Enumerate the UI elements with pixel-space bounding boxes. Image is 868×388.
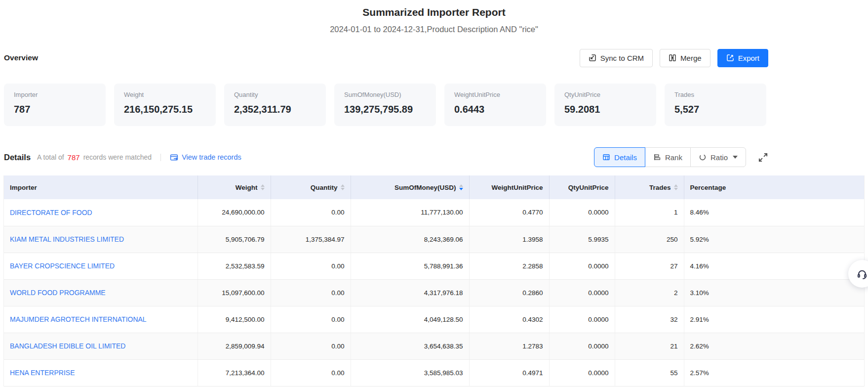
cell-weightunitprice: 0.2860 [469, 279, 549, 306]
details-view-button[interactable]: Details [594, 147, 645, 167]
importer-link[interactable]: WORLD FOOD PROGRAMME [10, 289, 106, 297]
sort-carets-icon [261, 184, 265, 190]
importer-link[interactable]: MAJUMDER AGROTECH INTERNATIONAL [10, 315, 147, 323]
sort-carets-icon [674, 184, 678, 190]
stat-card-value: 2,352,311.79 [234, 104, 316, 115]
cell-weightunitprice: 1.3958 [469, 226, 549, 253]
cell-weightunitprice: 0.4770 [469, 199, 549, 226]
importer-link[interactable]: DIRECTORATE OF FOOD [10, 209, 92, 216]
cell-trades: 250 [615, 226, 684, 253]
export-button[interactable]: Export [717, 49, 768, 67]
view-mode-segmented-control: Details Rank Ratio [594, 147, 746, 167]
cell-quantity: 0.00 [271, 359, 351, 386]
cell-qtyunitprice: 0.0000 [549, 199, 615, 226]
sync-to-crm-button[interactable]: Sync to CRM [580, 49, 653, 67]
merge-label: Merge [680, 54, 702, 62]
cell-percentage: 2.91% [684, 306, 864, 333]
export-label: Export [738, 54, 759, 62]
cell-percentage: 8.46% [684, 199, 864, 226]
stat-card-weight: Weight216,150,275.15 [114, 84, 216, 126]
stat-card-label: SumOfMoney(USD) [344, 91, 426, 98]
cell-sumofmoney-usd: 11,777,130.00 [351, 199, 469, 226]
stat-card-importer: Importer787 [4, 84, 106, 126]
cell-qtyunitprice: 0.0000 [549, 253, 615, 279]
cell-qtyunitprice: 0.0000 [549, 279, 615, 306]
stat-card-label: Quantity [234, 91, 316, 98]
cell-importer: KIAM METAL INDUSTRIES LIMITED [4, 226, 197, 253]
cell-percentage: 5.92% [684, 226, 864, 253]
cell-quantity: 0.00 [271, 253, 351, 279]
column-header-importer: Importer [4, 175, 197, 199]
column-header-weightunitprice: WeightUnitPrice [469, 175, 549, 199]
cell-quantity: 0.00 [271, 199, 351, 226]
ratio-view-label: Ratio [710, 153, 728, 162]
sync-import-icon [589, 54, 596, 62]
headset-icon [856, 268, 868, 280]
fullscreen-button[interactable] [758, 152, 768, 163]
vertical-divider [160, 154, 161, 161]
cell-quantity: 0.00 [271, 333, 351, 359]
ratio-circle-icon [699, 153, 707, 161]
cell-quantity: 0.00 [271, 306, 351, 333]
stat-card-label: Trades [674, 91, 756, 98]
column-header-label: Quantity [311, 184, 338, 191]
cell-weight: 2,859,009.94 [197, 333, 271, 359]
cell-sumofmoney-usd: 4,317,976.18 [351, 279, 469, 306]
table-row: WORLD FOOD PROGRAMME15,097,600.000.004,3… [4, 279, 864, 306]
column-header-label: Importer [10, 184, 37, 191]
column-header-label: Percentage [690, 184, 726, 191]
rank-view-button[interactable]: Rank [645, 147, 691, 167]
column-header-weight[interactable]: Weight [197, 175, 271, 199]
cell-weight: 2,532,583.59 [197, 253, 271, 279]
column-header-label: QtyUnitPrice [568, 184, 609, 191]
overview-section-title: Overview [4, 53, 38, 62]
details-bar: Details A total of 787 records were matc… [4, 147, 768, 167]
cell-weightunitprice: 0.4302 [469, 306, 549, 333]
table-row: BAYER CROPSCIENCE LIMITED2,532,583.590.0… [4, 253, 864, 279]
report-subtitle: 2024-01-01 to 2024-12-31,Product Descrip… [0, 23, 868, 35]
importer-link[interactable]: HENA ENTERPRISE [10, 369, 75, 377]
view-switcher: Details Rank Ratio [594, 147, 768, 167]
cell-sumofmoney-usd: 5,788,991.36 [351, 253, 469, 279]
view-trade-records-link[interactable]: View trade records [170, 153, 241, 162]
stat-card-label: Weight [124, 91, 206, 98]
merge-button[interactable]: Merge [660, 49, 710, 67]
sort-carets-icon [341, 184, 345, 190]
ratio-view-button[interactable]: Ratio [690, 147, 746, 167]
column-header-sumofmoney-usd[interactable]: SumOfMoney(USD) [351, 175, 469, 199]
cell-importer: MAJUMDER AGROTECH INTERNATIONAL [4, 306, 197, 333]
cell-trades: 2 [615, 279, 684, 306]
cell-weightunitprice: 0.4971 [469, 359, 549, 386]
column-header-quantity[interactable]: Quantity [271, 175, 351, 199]
importer-link[interactable]: BANGLADESH EDIBLE OIL LIMITED [10, 342, 125, 350]
cell-sumofmoney-usd: 3,585,985.03 [351, 359, 469, 386]
table-header-row: ImporterWeightQuantitySumOfMoney(USD)Wei… [4, 175, 864, 199]
stat-card-weightunitprice: WeightUnitPrice0.6443 [444, 84, 546, 126]
cell-qtyunitprice: 0.0000 [549, 306, 615, 333]
trade-records-icon [170, 153, 178, 162]
table-row: HENA ENTERPRISE7,213,364.000.003,585,985… [4, 359, 864, 386]
overview-actions: Sync to CRM Merge Export [580, 49, 768, 67]
column-header-label: WeightUnitPrice [491, 184, 543, 191]
stat-card-label: WeightUnitPrice [454, 91, 536, 98]
details-view-label: Details [614, 153, 637, 162]
cell-percentage: 2.57% [684, 359, 864, 386]
cell-importer: WORLD FOOD PROGRAMME [4, 279, 197, 306]
merge-icon [669, 54, 676, 62]
importer-link[interactable]: KIAM METAL INDUSTRIES LIMITED [10, 235, 124, 243]
column-header-trades[interactable]: Trades [615, 175, 684, 199]
stat-card-value: 787 [14, 104, 96, 115]
records-matched-prefix: A total of [37, 153, 64, 161]
cell-weight: 15,097,600.00 [197, 279, 271, 306]
cell-importer: DIRECTORATE OF FOOD [4, 199, 197, 226]
chevron-down-icon [733, 156, 738, 159]
cell-trades: 21 [615, 333, 684, 359]
overview-cards: Importer787Weight216,150,275.15Quantity2… [4, 84, 768, 126]
importer-link[interactable]: BAYER CROPSCIENCE LIMITED [10, 262, 115, 270]
column-header-label: Weight [236, 184, 258, 191]
column-header-percentage: Percentage [684, 175, 864, 199]
cell-weightunitprice: 1.2783 [469, 333, 549, 359]
fullscreen-expand-icon [758, 152, 768, 163]
column-header-label: SumOfMoney(USD) [395, 184, 456, 191]
sort-carets-icon [459, 184, 463, 190]
